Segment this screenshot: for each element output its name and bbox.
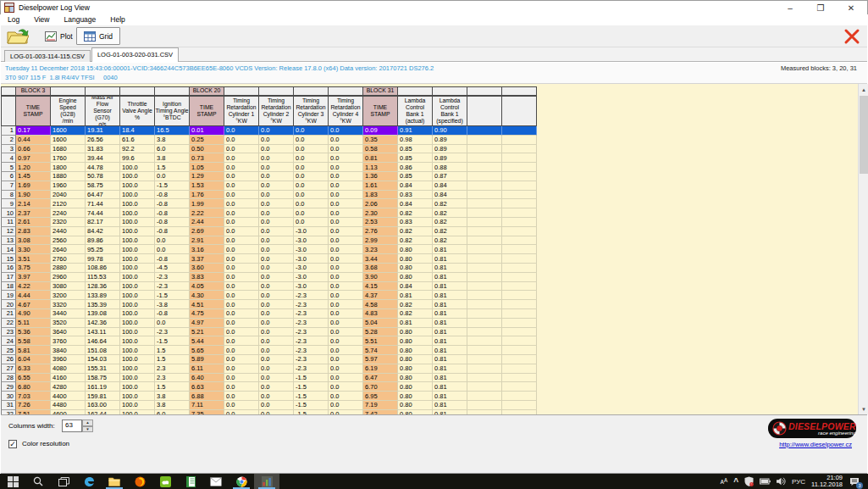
grid-cell[interactable]: 3760 bbox=[51, 336, 86, 346]
grid-cell[interactable]: -3.0 bbox=[294, 245, 329, 254]
grid-cell[interactable]: 0.82 bbox=[398, 227, 433, 236]
grid-cell[interactable]: 0.0 bbox=[224, 254, 259, 264]
grid-cell[interactable]: 0.0 bbox=[294, 191, 329, 200]
columns-width-input[interactable]: 63 bbox=[62, 420, 82, 432]
grid-cell[interactable]: 4.30 bbox=[190, 291, 224, 300]
grid-cell[interactable]: 5.89 bbox=[190, 355, 224, 364]
cloud-app-icon[interactable] bbox=[152, 474, 178, 489]
grid-cell[interactable] bbox=[502, 300, 537, 309]
grid-cell[interactable]: 3.90 bbox=[363, 273, 398, 282]
grid-cell[interactable]: 2560 bbox=[51, 236, 86, 246]
grid-cell[interactable]: 3.8 bbox=[155, 392, 190, 401]
grid-cell[interactable]: 5.74 bbox=[363, 346, 398, 355]
scroll-up-arrow[interactable]: ▲ bbox=[859, 84, 868, 95]
grid-cell[interactable]: 0.0 bbox=[329, 374, 363, 383]
grid-cell[interactable]: 2.53 bbox=[363, 218, 398, 227]
grid-cell[interactable]: 0.83 bbox=[398, 191, 433, 200]
grid-cell[interactable]: 0.0 bbox=[224, 328, 259, 337]
grid-cell[interactable]: 7.03 bbox=[16, 392, 51, 401]
grid-cell[interactable]: 6.0 bbox=[155, 145, 190, 154]
grid-cell[interactable]: 0.0 bbox=[259, 227, 294, 236]
grid-cell[interactable]: 0.0 bbox=[329, 319, 363, 328]
grid-cell[interactable]: 0.81 bbox=[433, 355, 467, 364]
grid-cell[interactable]: 4.05 bbox=[190, 282, 224, 292]
grid-cell[interactable]: 0.81 bbox=[433, 364, 467, 374]
grid-cell[interactable]: 0.80 bbox=[398, 346, 433, 355]
grid-cell[interactable]: 3960 bbox=[51, 355, 86, 364]
grid-cell[interactable]: -1.5 bbox=[294, 382, 329, 392]
grid-cell[interactable]: 5.65 bbox=[190, 346, 224, 355]
grid-cell[interactable]: 0.81 bbox=[433, 401, 467, 410]
spinner-down-icon[interactable]: ▼ bbox=[82, 426, 93, 433]
grid-cell[interactable]: 0.81 bbox=[433, 245, 467, 254]
grid-cell[interactable]: 0.0 bbox=[294, 163, 329, 172]
grid-cell[interactable]: 95.25 bbox=[86, 245, 120, 254]
website-link[interactable]: http://www.dieselpower.cz bbox=[779, 441, 852, 448]
grid-cell[interactable]: 0.0 bbox=[259, 145, 294, 154]
grid-cell[interactable]: 3.16 bbox=[190, 245, 224, 254]
grid-cell[interactable]: 1880 bbox=[51, 172, 86, 181]
grid-cell[interactable]: -2.3 bbox=[155, 282, 190, 292]
grid-cell[interactable]: 100.0 bbox=[120, 328, 155, 337]
grid-cell[interactable]: 128.36 bbox=[86, 282, 120, 292]
grid-cell[interactable]: 0.0 bbox=[329, 309, 363, 319]
maximize-button[interactable]: ❐ bbox=[805, 1, 836, 14]
grid-cell[interactable] bbox=[467, 208, 502, 218]
grid-cell[interactable]: 0.0 bbox=[224, 382, 259, 392]
grid-cell[interactable]: 6.11 bbox=[190, 364, 224, 374]
grid-cell[interactable] bbox=[467, 199, 502, 208]
grid-cell[interactable]: 0.81 bbox=[398, 319, 433, 328]
grid-cell[interactable]: 139.08 bbox=[86, 309, 120, 319]
grid-cell[interactable] bbox=[467, 126, 502, 136]
grid-cell[interactable]: 4400 bbox=[51, 392, 86, 401]
grid-cell[interactable]: 0.0 bbox=[329, 163, 363, 172]
grid-cell[interactable]: 0.84 bbox=[398, 199, 433, 208]
grid-cell[interactable]: 2240 bbox=[51, 208, 86, 218]
grid-cell[interactable]: 0.0 bbox=[224, 264, 259, 273]
grid-cell[interactable]: 0.0 bbox=[224, 374, 259, 383]
grid-cell[interactable]: 0.81 bbox=[433, 282, 467, 292]
grid-cell[interactable]: 0.0 bbox=[329, 291, 363, 300]
grid-cell[interactable]: 0.81 bbox=[433, 328, 467, 337]
grid-cell[interactable] bbox=[467, 273, 502, 282]
grid-cell[interactable]: 0.0 bbox=[224, 245, 259, 254]
grid-cell[interactable]: 0.0 bbox=[224, 273, 259, 282]
grid-cell[interactable] bbox=[467, 145, 502, 154]
grid-cell[interactable]: -0.8 bbox=[155, 218, 190, 227]
grid-cell[interactable]: 0.83 bbox=[398, 218, 433, 227]
close-log-button[interactable] bbox=[843, 28, 860, 45]
grid-cell[interactable] bbox=[502, 181, 537, 191]
grid-cell[interactable]: 2.14 bbox=[16, 199, 51, 208]
grid-cell[interactable]: 100.0 bbox=[120, 346, 155, 355]
grid-cell[interactable]: 16.5 bbox=[155, 126, 190, 136]
grid-cell[interactable]: 6.55 bbox=[16, 374, 51, 383]
grid-cell[interactable]: 0.0 bbox=[329, 328, 363, 337]
grid-cell[interactable]: 100.0 bbox=[120, 364, 155, 374]
grid-cell[interactable]: 0.0 bbox=[224, 126, 259, 136]
grid-cell[interactable]: 100.0 bbox=[120, 355, 155, 364]
grid-cell[interactable]: 100.0 bbox=[120, 163, 155, 172]
grid-cell[interactable]: 2120 bbox=[51, 199, 86, 208]
plot-button[interactable]: Plot bbox=[38, 27, 80, 45]
grid-cell[interactable]: 1.5 bbox=[155, 382, 190, 392]
grid-cell[interactable]: 1.76 bbox=[190, 191, 224, 200]
grid-cell[interactable]: 1.90 bbox=[16, 191, 51, 200]
grid-cell[interactable]: 0.0 bbox=[259, 374, 294, 383]
grid-cell[interactable]: 0.0 bbox=[259, 208, 294, 218]
grid-cell[interactable]: 5.11 bbox=[16, 319, 51, 328]
grid-cell[interactable]: 5.51 bbox=[363, 336, 398, 346]
grid-cell[interactable]: 0.0 bbox=[294, 153, 329, 163]
grid-cell[interactable]: 0.0 bbox=[224, 346, 259, 355]
grid-cell[interactable]: 50.78 bbox=[86, 172, 120, 181]
grid-cell[interactable] bbox=[502, 273, 537, 282]
grid-cell[interactable]: 0.0 bbox=[329, 382, 363, 392]
grid-cell[interactable]: 100.0 bbox=[120, 218, 155, 227]
grid-cell[interactable]: 0.0 bbox=[259, 309, 294, 319]
grid-cell[interactable]: 0.0 bbox=[224, 401, 259, 410]
grid-cell[interactable] bbox=[467, 309, 502, 319]
tab-1[interactable]: LOG-01-003-114-115.CSV bbox=[4, 50, 91, 62]
grid-cell[interactable]: 0.82 bbox=[433, 199, 467, 208]
grid-cell[interactable]: 5.36 bbox=[16, 328, 51, 337]
grid-cell[interactable] bbox=[502, 374, 537, 383]
grid-cell[interactable]: 2.37 bbox=[16, 208, 51, 218]
